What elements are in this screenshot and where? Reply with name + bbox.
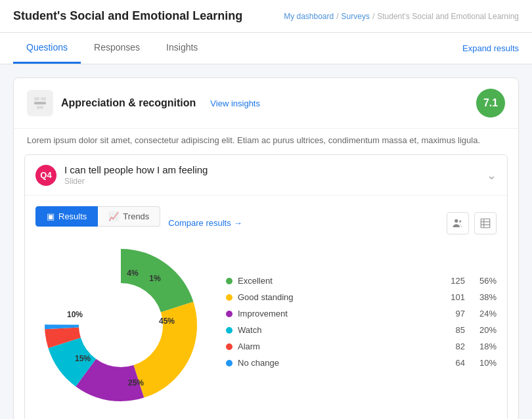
score-badge: 7.1	[476, 89, 505, 118]
count-no-change: 64	[439, 358, 465, 368]
expand-results-button[interactable]: Expand results	[462, 34, 519, 62]
tabs-bar: Questions Responses Insights Expand resu…	[0, 33, 532, 64]
tabs: Questions Responses Insights	[13, 33, 211, 64]
label-alarm: 4%	[127, 269, 139, 278]
pct-good-standing: 38%	[470, 292, 497, 302]
legend-item-no-change: No change 64 10%	[226, 358, 497, 368]
svg-rect-3	[37, 106, 43, 109]
dot-excellent	[226, 278, 233, 284]
table-icon-button[interactable]	[474, 212, 497, 234]
pct-excellent: 56%	[470, 276, 497, 286]
question-title: I can tell people how I am feeling	[64, 164, 208, 175]
question-body: ▣ Results 📈 Trends Compare results →	[25, 195, 507, 419]
section-title: Appreciation & recognition	[61, 97, 196, 109]
people-icon	[452, 217, 464, 229]
count-good-standing: 101	[439, 292, 465, 302]
label-watch: Watch	[238, 325, 433, 335]
donut-chart: 45% 25% 15% 10% 4% 1%	[35, 240, 206, 410]
svg-rect-0	[34, 97, 39, 100]
action-icons	[433, 212, 497, 234]
view-insights-link[interactable]: View insights	[210, 99, 260, 108]
pct-improvement: 24%	[470, 309, 497, 319]
people-icon-button[interactable]	[447, 212, 469, 234]
count-watch: 85	[439, 325, 465, 335]
svg-rect-1	[41, 97, 46, 100]
legend-item-good-standing: Good standing 101 38%	[226, 292, 497, 302]
question-badge: Q4	[35, 165, 56, 186]
page-title: Student's Social and Emotional Learning	[13, 9, 242, 23]
compare-results-link[interactable]: Compare results →	[168, 218, 242, 228]
section-card: Appreciation & recognition View insights…	[13, 77, 519, 419]
svg-rect-2	[34, 102, 46, 104]
top-bar: Student's Social and Emotional Learning …	[0, 0, 532, 33]
tab-results[interactable]: ▣ Results	[35, 206, 98, 227]
breadcrumb-current: Student's Social and Emotional Learning	[377, 12, 519, 21]
line-chart-icon: 📈	[108, 211, 119, 221]
tab-responses[interactable]: Responses	[81, 33, 153, 64]
legend-item-excellent: Excellent 125 56%	[226, 276, 497, 286]
result-tabs: ▣ Results 📈 Trends	[35, 206, 160, 227]
legend-item-watch: Watch 85 20%	[226, 325, 497, 335]
legend: Excellent 125 56% Good standing 101 38%	[226, 276, 497, 374]
card-header: Appreciation & recognition View insights…	[14, 78, 518, 129]
dot-good-standing	[226, 294, 233, 301]
label-good-standing: 25%	[128, 378, 144, 387]
dot-alarm	[226, 343, 233, 350]
question-subtitle: Slider	[64, 177, 208, 186]
arrow-icon: →	[234, 218, 242, 228]
section-description: Lorem ipsum dolor sit amet, consectetur …	[14, 129, 518, 154]
label-excellent: Excellent	[238, 276, 433, 286]
breadcrumb-dashboard[interactable]: My dashboard	[284, 12, 334, 21]
table-icon	[479, 217, 491, 229]
bar-chart-icon: ▣	[47, 211, 55, 221]
tab-insights[interactable]: Insights	[153, 33, 211, 64]
label-alarm: Alarm	[238, 342, 433, 351]
donut-svg: 45% 25% 15% 10% 4% 1%	[35, 240, 206, 410]
tab-trends[interactable]: 📈 Trends	[98, 206, 160, 227]
appreciation-icon	[32, 95, 48, 111]
donut-center	[79, 284, 162, 366]
pct-no-change: 10%	[470, 358, 497, 368]
pct-alarm: 18%	[470, 342, 497, 351]
svg-rect-6	[481, 219, 490, 228]
label-no-change: 1%	[149, 274, 161, 283]
pct-watch: 20%	[470, 325, 497, 335]
legend-item-improvement: Improvement 97 24%	[226, 309, 497, 319]
main-content: Appreciation & recognition View insights…	[0, 64, 532, 419]
svg-point-4	[454, 219, 458, 222]
result-tabs-row: ▣ Results 📈 Trends Compare results →	[35, 206, 497, 240]
breadcrumb: My dashboard / Surveys / Student's Socia…	[284, 12, 519, 21]
question-card: Q4 I can tell people how I am feeling Sl…	[24, 154, 508, 419]
tab-questions[interactable]: Questions	[13, 33, 81, 64]
label-excellent: 45%	[159, 317, 175, 326]
svg-point-5	[459, 220, 462, 223]
label-good-standing: Good standing	[238, 292, 433, 302]
label-improvement: Improvement	[238, 309, 433, 319]
breadcrumb-surveys[interactable]: Surveys	[342, 12, 370, 21]
dot-improvement	[226, 311, 233, 317]
label-no-change: No change	[238, 358, 433, 368]
dot-watch	[226, 327, 233, 334]
count-excellent: 125	[439, 276, 465, 286]
legend-item-alarm: Alarm 82 18%	[226, 342, 497, 351]
dot-no-change	[226, 360, 233, 366]
question-header[interactable]: Q4 I can tell people how I am feeling Sl…	[25, 155, 507, 195]
count-improvement: 97	[439, 309, 465, 319]
label-improvement: 15%	[75, 354, 91, 363]
count-alarm: 82	[439, 342, 465, 351]
chevron-down-icon: ⌄	[487, 168, 497, 183]
chart-area: 45% 25% 15% 10% 4% 1% Excellent	[35, 240, 497, 410]
label-watch: 10%	[67, 310, 83, 319]
card-icon	[27, 90, 53, 116]
